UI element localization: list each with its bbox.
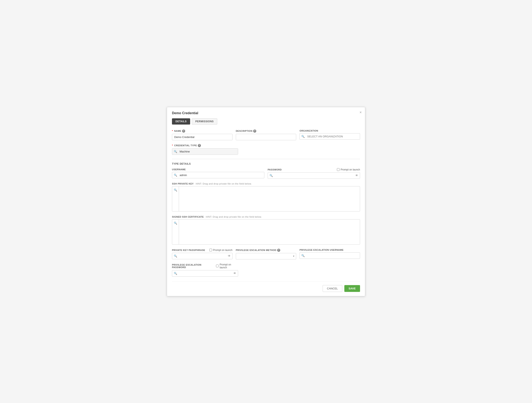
password-label: PASSWORD <box>268 169 282 171</box>
username-label: USERNAME <box>172 168 186 171</box>
ssh-private-key-hint: HINT: Drag and drop private file on the … <box>196 182 252 185</box>
password-eye-icon[interactable]: 👁 <box>354 174 360 177</box>
name-help-icon[interactable]: ? <box>182 130 185 133</box>
priv-esc-password-label-row: PRIVILEGE ESCALATION PASSWORD Prompt on … <box>172 263 238 269</box>
priv-esc-username-input-wrapper: 🔍 <box>299 252 360 259</box>
row-name-desc-org: * NAME ? DESCRIPTION ? ORGANIZATION 🔍 <box>172 130 360 140</box>
priv-esc-username-label: PRIVILEGE ESCALATION USERNAME <box>299 249 343 251</box>
password-input-wrapper: 🔍 👁 <box>268 172 360 179</box>
tab-bar: DETAILS PERMISSIONS <box>172 118 360 124</box>
credential-type-search-icon: 🔍 <box>172 150 179 153</box>
passphrase-label-row: PRIVATE KEY PASSPHRASE Prompt on launch <box>172 249 233 252</box>
description-label: DESCRIPTION ? <box>236 130 296 133</box>
priv-esc-method-help-icon[interactable]: ? <box>277 249 280 252</box>
required-star: * <box>172 130 173 132</box>
username-label-row: USERNAME <box>172 168 264 171</box>
passphrase-prompt-checkbox[interactable] <box>209 249 212 251</box>
priv-esc-username-search-icon: 🔍 <box>300 254 306 257</box>
password-input[interactable] <box>274 173 354 179</box>
type-details-title: TYPE DETAILS <box>172 162 360 165</box>
username-input-wrapper: 🔍 <box>172 172 264 178</box>
type-details-divider <box>172 159 360 159</box>
group-username: USERNAME 🔍 <box>172 168 264 179</box>
group-priv-esc-password: PRIVILEGE ESCALATION PASSWORD Prompt on … <box>172 263 238 277</box>
ssh-private-key-search-col: 🔍 <box>172 186 179 211</box>
organization-search-icon: 🔍 <box>300 135 306 138</box>
group-privilege-escalation-method: PRIVILEGE ESCALATION METHOD ? ▾ <box>236 249 296 260</box>
tab-details[interactable]: DETAILS <box>172 118 190 124</box>
cancel-button[interactable]: CANCEL <box>323 285 342 292</box>
signed-ssh-cert-label: SIGNED SSH CERTIFICATE HINT: Drag and dr… <box>172 215 360 218</box>
description-help-icon[interactable]: ? <box>253 130 256 133</box>
priv-esc-password-input-wrapper: 🔍 👁 <box>172 270 238 277</box>
ssh-private-key-textarea-wrapper: 🔍 <box>172 186 360 211</box>
name-input[interactable] <box>172 134 233 140</box>
description-input[interactable] <box>236 134 296 140</box>
signed-ssh-cert-textarea-wrapper: 🔍 <box>172 219 360 245</box>
group-organization: ORGANIZATION 🔍 <box>299 130 360 140</box>
priv-esc-method-label: PRIVILEGE ESCALATION METHOD ? <box>236 249 280 252</box>
priv-esc-password-search-icon: 🔍 <box>172 272 179 275</box>
priv-esc-password-label: PRIVILEGE ESCALATION PASSWORD <box>172 264 214 268</box>
row-priv-esc-password: PRIVILEGE ESCALATION PASSWORD Prompt on … <box>172 263 360 277</box>
group-private-key-passphrase: PRIVATE KEY PASSPHRASE Prompt on launch … <box>172 249 233 260</box>
priv-esc-password-eye-icon[interactable]: 👁 <box>232 272 238 275</box>
passphrase-eye-icon[interactable]: 👁 <box>226 254 232 258</box>
row-username-password: USERNAME 🔍 PASSWORD Prompt on launch 🔍 👁 <box>172 168 360 179</box>
password-prompt-checkbox[interactable] <box>337 168 340 171</box>
credential-type-input-wrapper: 🔍 <box>172 148 238 155</box>
group-privilege-escalation-username: PRIVILEGE ESCALATION USERNAME 🔍 <box>299 249 360 260</box>
section-signed-ssh-cert: SIGNED SSH CERTIFICATE HINT: Drag and dr… <box>172 215 360 245</box>
priv-esc-password-input[interactable] <box>179 270 232 276</box>
organization-label: ORGANIZATION <box>299 130 360 132</box>
passphrase-search-icon: 🔍 <box>172 254 179 258</box>
group-description: DESCRIPTION ? <box>236 130 296 140</box>
password-label-row: PASSWORD Prompt on launch <box>268 168 360 171</box>
section-ssh-private-key: SSH PRIVATE KEY HINT: Drag and drop priv… <box>172 182 360 211</box>
row-passphrase-escalation: PRIVATE KEY PASSPHRASE Prompt on launch … <box>172 249 360 260</box>
group-name: * NAME ? <box>172 130 233 140</box>
close-button[interactable]: × <box>359 110 362 114</box>
save-button[interactable]: SAVE <box>344 285 360 292</box>
ssh-private-key-label: SSH PRIVATE KEY HINT: Drag and drop priv… <box>172 182 360 185</box>
credential-type-label: * CREDENTIAL TYPE ? <box>172 144 360 147</box>
ssh-private-key-textarea[interactable] <box>179 186 360 211</box>
credential-type-input[interactable] <box>179 149 238 155</box>
passphrase-input[interactable] <box>179 253 226 259</box>
credential-modal: Demo Credential × DETAILS PERMISSIONS * … <box>167 107 365 296</box>
signed-ssh-cert-hint: HINT: Drag and drop private file on the … <box>206 215 262 218</box>
signed-ssh-cert-search-col: 🔍 <box>172 220 179 244</box>
required-star-2: * <box>172 144 173 147</box>
password-prompt-label: Prompt on launch <box>337 168 360 171</box>
priv-esc-method-label-row: PRIVILEGE ESCALATION METHOD ? <box>236 249 296 252</box>
priv-esc-username-input[interactable] <box>306 253 360 259</box>
organization-input[interactable] <box>306 133 360 139</box>
priv-esc-username-label-row: PRIVILEGE ESCALATION USERNAME <box>299 249 360 251</box>
priv-esc-password-prompt-checkbox[interactable] <box>216 265 219 267</box>
priv-esc-method-select[interactable] <box>236 253 296 259</box>
name-label: * NAME ? <box>172 130 233 133</box>
username-input[interactable] <box>179 172 264 178</box>
priv-esc-method-select-wrapper: ▾ <box>236 253 296 260</box>
group-password: PASSWORD Prompt on launch 🔍 👁 <box>268 168 360 179</box>
modal-footer: CANCEL SAVE <box>172 282 360 292</box>
username-search-icon: 🔍 <box>172 174 179 177</box>
modal-title: Demo Credential <box>172 111 360 115</box>
credential-type-help-icon[interactable]: ? <box>198 144 201 147</box>
passphrase-label: PRIVATE KEY PASSPHRASE <box>172 249 205 251</box>
priv-esc-password-prompt-label: Prompt on launch <box>216 263 238 269</box>
passphrase-input-wrapper: 🔍 👁 <box>172 253 233 259</box>
signed-ssh-cert-textarea[interactable] <box>179 220 360 244</box>
passphrase-prompt-label: Prompt on launch <box>209 249 233 252</box>
section-credential-type: * CREDENTIAL TYPE ? 🔍 <box>172 144 360 155</box>
password-search-icon: 🔍 <box>268 174 274 177</box>
organization-input-wrapper: 🔍 <box>299 133 360 140</box>
tab-permissions[interactable]: PERMISSIONS <box>192 118 217 124</box>
